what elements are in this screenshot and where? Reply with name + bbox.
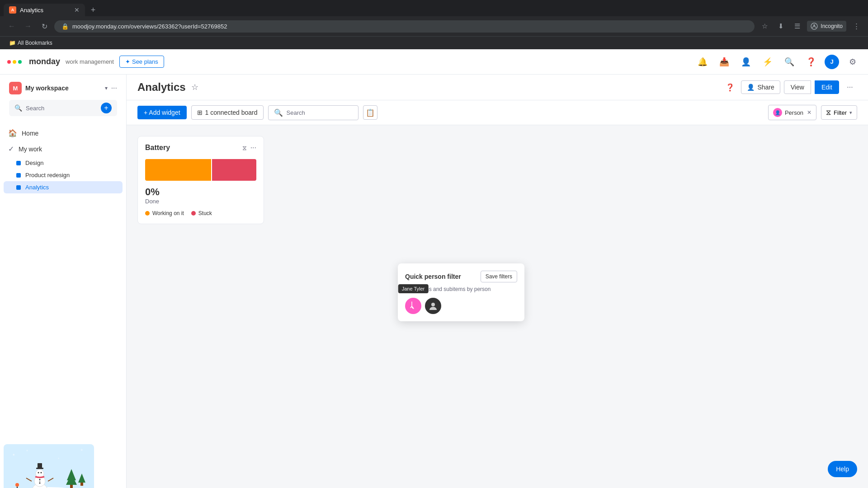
stat-value: 0% [145,186,256,198]
filter-icon: ⧖ [826,108,831,117]
download-btn[interactable]: ⬇ [774,20,787,33]
notifications-btn[interactable]: 🔔 [694,54,711,70]
svg-rect-22 [80,483,83,486]
add-widget-btn[interactable]: + Add widget [137,106,187,119]
product-redesign-board-label: Product redesign [25,172,70,178]
nav-actions: ☆ ⬇ ☰ Incognito ⋮ [758,20,863,33]
sidebar-item-product-redesign[interactable]: Product redesign [4,169,123,181]
back-btn[interactable]: ← [5,20,18,33]
address-text: moodjoy.monday.com/overviews/263362?user… [72,23,747,30]
widget-filter-btn[interactable]: ⧖ [242,144,247,152]
widget-more-btn[interactable]: ··· [250,144,256,152]
stat-label: Done [145,198,256,205]
address-bar[interactable]: 🔒 moodjoy.monday.com/overviews/263362?us… [54,20,755,33]
sidebar-add-btn[interactable]: + [101,103,112,113]
bookmark-btn[interactable]: ☆ [758,20,771,33]
popup-header: Quick person filter Save filters [405,271,517,282]
svg-text:*: * [80,447,83,455]
share-icon: 👤 [747,84,755,91]
legend-item-working: Working on it [145,210,184,216]
user2-avatar[interactable] [425,298,441,314]
connected-board-label: 1 connected board [205,109,258,116]
bookmarks-all-btn[interactable]: 📁 All Bookmarks [5,38,56,47]
help-header-btn[interactable]: ❓ [723,80,737,94]
svg-point-13 [39,479,41,480]
invite-btn[interactable]: 👤 [738,54,754,70]
share-btn[interactable]: 👤 Share [741,80,780,94]
incognito-badge[interactable]: Incognito [807,21,846,32]
sidebar-search-icon: 🔍 [14,104,22,112]
logo-name: monday [29,57,60,66]
battery-orange-segment [145,159,211,181]
legend-dot-stuck [191,211,196,216]
svg-point-3 [813,24,815,26]
logo-sub: work management [66,58,114,65]
star-btn[interactable]: ☆ [191,82,198,92]
new-tab-btn[interactable]: + [87,4,99,16]
edit-btn[interactable]: Edit [815,80,839,94]
sidebar-item-my-work[interactable]: ✓ My work [4,141,123,157]
svg-point-12 [41,472,42,474]
page-title: Analytics [137,81,186,94]
save-filters-btn[interactable]: Save filters [481,271,517,282]
sidebar-item-design[interactable]: Design [4,157,123,169]
nav-bar: ← → ↻ 🔒 moodjoy.monday.com/overviews/263… [0,16,868,36]
person-filter-label: Person [785,109,803,116]
person-filter-close[interactable]: ✕ [807,109,811,116]
person-avatars: Jane Tyler [405,298,517,314]
extensions-btn[interactable]: ☰ [791,20,803,33]
filter-btn[interactable]: ⧖ Filter ▾ [821,105,857,120]
more-options-btn[interactable]: ··· [843,80,857,94]
sidebar-item-home[interactable]: 🏠 Home [4,125,123,141]
lock-icon: 🔒 [61,23,69,30]
jane-tyler-avatar[interactable] [405,298,421,314]
jane-tyler-tooltip: Jane Tyler [398,284,429,293]
integrations-btn[interactable]: ⚡ [760,54,776,70]
content-area: Battery ⧖ ··· 0% Done Working on it [127,125,868,488]
design-board-dot [16,161,21,165]
battery-bar [145,159,256,181]
legend-dot-working [145,211,150,216]
toolbar-search[interactable]: 🔍 Search [268,105,359,120]
settings-btn[interactable]: ⚙ [844,54,861,70]
workspace-more-icon: ··· [111,84,117,92]
tab-title: Analytics [20,7,43,14]
reload-btn[interactable]: ↻ [38,20,51,33]
user-avatar[interactable]: J [825,55,839,69]
svg-rect-20 [70,485,73,488]
help-btn[interactable]: Help [828,461,857,477]
forward-btn[interactable]: → [22,20,34,33]
see-plans-btn[interactable]: ✦ See plans [119,56,164,68]
svg-point-14 [39,481,41,482]
bookmarks-label: All Bookmarks [18,40,52,46]
toolbar: + Add widget ⊞ 1 connected board 🔍 Searc… [127,100,868,125]
menu-btn[interactable]: ⋮ [850,20,863,33]
active-tab[interactable]: A Analytics ✕ [4,4,85,16]
svg-point-15 [39,483,41,484]
legend-working-label: Working on it [152,210,184,216]
popup-title: Quick person filter [405,273,461,280]
app-topbar: monday work management ✦ See plans 🔔 📥 👤… [0,49,868,75]
workspace-header[interactable]: M My workspace ▾ ··· [5,78,121,98]
view-btn[interactable]: View [784,80,811,94]
sidebar-item-analytics[interactable]: Analytics [4,181,123,193]
help-topbar-btn[interactable]: ❓ [803,54,819,70]
inbox-btn[interactable]: 📥 [716,54,732,70]
connected-board-btn[interactable]: ⊞ 1 connected board [191,105,264,120]
search-btn[interactable]: 🔍 [781,54,797,70]
svg-point-11 [38,472,39,474]
analytics-board-label: Analytics [25,184,49,191]
bookmarks-folder-icon: 📁 [9,40,16,46]
sidebar-search[interactable]: 🔍 Search + [9,100,117,116]
svg-text:*: * [26,449,28,454]
filter-label: Filter [834,109,847,116]
incognito-label: Incognito [821,23,843,29]
tab-close-btn[interactable]: ✕ [74,6,80,14]
legend-item-stuck: Stuck [191,210,212,216]
svg-rect-10 [38,463,42,469]
main-content: Analytics ☆ ❓ 👤 Share View Edit ··· + Ad… [127,75,868,488]
clipboard-btn[interactable]: 📋 [363,105,377,120]
snowman-svg: * * * * [4,444,94,488]
svg-text:*: * [13,453,15,459]
person-filter-btn[interactable]: 👤 Person ✕ [768,105,816,120]
